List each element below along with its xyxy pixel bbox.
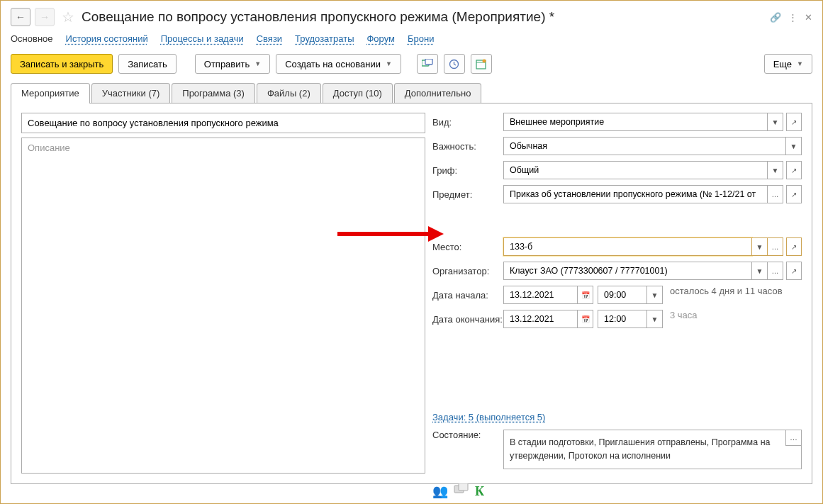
- tabs: Мероприятие Участники (7) Программа (3) …: [11, 83, 812, 103]
- tab-participants[interactable]: Участники (7): [91, 83, 171, 103]
- more-button[interactable]: Еще▼: [764, 54, 812, 74]
- grif-input[interactable]: [503, 161, 768, 179]
- organizer-open[interactable]: ↗: [786, 262, 802, 280]
- tab-program[interactable]: Программа (3): [172, 83, 255, 103]
- tab-event[interactable]: Мероприятие: [11, 83, 90, 103]
- importance-label: Важность:: [432, 141, 503, 152]
- type-label: Вид:: [432, 117, 503, 128]
- end-label: Дата окончания:: [432, 314, 503, 325]
- organizer-more[interactable]: …: [768, 262, 783, 280]
- place-open[interactable]: ↗: [786, 237, 802, 256]
- link-icon[interactable]: 🔗: [770, 12, 781, 23]
- tab-access[interactable]: Доступ (10): [323, 83, 393, 103]
- svg-rect-1: [425, 59, 432, 65]
- people-icon[interactable]: 👥: [432, 483, 448, 499]
- organizer-label: Организатор:: [432, 266, 503, 276]
- create-based-button[interactable]: Создать на основании▼: [276, 54, 401, 74]
- send-label: Отправить: [204, 59, 250, 69]
- bottom-icons: 👥 К: [432, 483, 802, 500]
- grif-dropdown[interactable]: ▼: [768, 161, 783, 179]
- start-time-dropdown[interactable]: ▼: [647, 286, 663, 304]
- back-button[interactable]: ←: [11, 8, 30, 26]
- discuss-button[interactable]: [417, 54, 438, 74]
- save-close-button[interactable]: Записать и закрыть: [11, 54, 113, 74]
- state-box: В стадии подготовки, Приглашения отправл…: [503, 430, 802, 469]
- page-title: Совещание по вопросу установления пропус…: [82, 9, 766, 25]
- start-date-input[interactable]: [503, 286, 578, 304]
- grif-label: Гриф:: [432, 165, 503, 176]
- end-note: 3 часа: [670, 310, 698, 328]
- titlebar: ← → ☆ Совещание по вопросу установления …: [11, 8, 812, 26]
- create-based-label: Создать на основании: [285, 59, 381, 69]
- end-time-dropdown[interactable]: ▼: [647, 310, 663, 328]
- k-icon[interactable]: К: [475, 484, 484, 499]
- chat-icon[interactable]: [454, 483, 469, 500]
- favorite-icon[interactable]: ☆: [62, 9, 74, 26]
- type-open[interactable]: ↗: [786, 113, 802, 131]
- more-label: Еще: [773, 59, 792, 69]
- type-input[interactable]: [503, 113, 768, 131]
- organizer-input[interactable]: [503, 262, 752, 280]
- tasks-link[interactable]: Задачи: 5 (выполняется 5): [432, 412, 545, 422]
- state-value: В стадии подготовки, Приглашения отправл…: [510, 437, 771, 461]
- menu-icon[interactable]: ⋮: [788, 12, 797, 23]
- nav-labor[interactable]: Трудозатраты: [295, 33, 354, 44]
- nav-forum[interactable]: Форум: [366, 33, 395, 44]
- importance-input[interactable]: [503, 137, 786, 155]
- organizer-dropdown[interactable]: ▼: [752, 262, 768, 280]
- svg-point-5: [483, 59, 486, 62]
- start-note: осталось 4 дня и 11 часов: [670, 286, 783, 304]
- importance-dropdown[interactable]: ▼: [786, 137, 802, 155]
- place-dropdown[interactable]: ▼: [752, 237, 768, 256]
- name-input[interactable]: [21, 113, 425, 133]
- chevron-down-icon: ▼: [386, 60, 392, 67]
- place-more[interactable]: …: [768, 237, 783, 256]
- calendar-button[interactable]: [471, 54, 492, 74]
- nav-processes[interactable]: Процессы и задачи: [161, 33, 244, 44]
- content-panel: Описание Вид: ▼ ↗ Важность: ▼ Гриф:: [11, 103, 812, 484]
- forward-button: →: [35, 8, 55, 26]
- nav-bookings[interactable]: Брони: [408, 33, 434, 44]
- subject-more[interactable]: …: [768, 185, 783, 203]
- state-label: Состояние:: [432, 430, 503, 440]
- toolbar: Записать и закрыть Записать Отправить▼ С…: [11, 54, 812, 74]
- close-icon[interactable]: ✕: [805, 12, 812, 23]
- subject-open[interactable]: ↗: [786, 185, 802, 203]
- section-nav: Основное История состояний Процессы и за…: [11, 33, 812, 44]
- tab-additional[interactable]: Дополнительно: [394, 83, 482, 103]
- end-date-input[interactable]: [503, 310, 578, 328]
- subject-input[interactable]: [503, 185, 768, 203]
- chevron-down-icon: ▼: [797, 60, 803, 67]
- grif-open[interactable]: ↗: [786, 161, 802, 179]
- save-button[interactable]: Записать: [118, 54, 177, 74]
- nav-history[interactable]: История состояний: [66, 33, 148, 44]
- end-date-picker[interactable]: 📅: [578, 310, 593, 328]
- description-textarea[interactable]: Описание: [21, 138, 425, 474]
- subject-label: Предмет:: [432, 189, 503, 200]
- tab-files[interactable]: Файлы (2): [257, 83, 321, 103]
- chevron-down-icon: ▼: [254, 60, 261, 67]
- nav-links[interactable]: Связи: [257, 33, 282, 44]
- start-label: Дата начала:: [432, 290, 503, 301]
- end-time-input[interactable]: [598, 310, 647, 328]
- start-date-picker[interactable]: 📅: [578, 286, 593, 304]
- type-dropdown[interactable]: ▼: [768, 113, 783, 131]
- state-more-button[interactable]: …: [785, 430, 801, 446]
- send-button[interactable]: Отправить▼: [195, 54, 270, 74]
- place-label: Место:: [432, 242, 503, 252]
- svg-rect-7: [459, 483, 468, 491]
- clock-button[interactable]: [444, 54, 465, 74]
- nav-main[interactable]: Основное: [11, 33, 53, 44]
- place-input[interactable]: [503, 237, 752, 256]
- start-time-input[interactable]: [598, 286, 647, 304]
